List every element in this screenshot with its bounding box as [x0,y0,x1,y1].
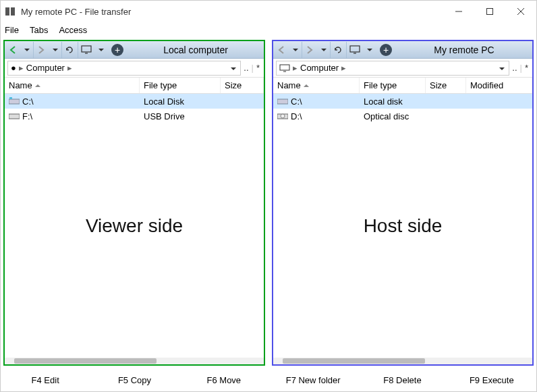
row-filetype: Local Disk [144,96,184,107]
table-row[interactable]: C:\ Local disk [273,94,532,109]
svg-rect-11 [350,46,360,52]
host-table-header: Name File type Size Modified [273,78,532,94]
host-watermark: Host side [273,215,532,237]
path-up[interactable]: .. [244,63,248,73]
f8-delete-button[interactable]: F8 Delete [358,375,447,385]
svg-rect-15 [277,99,288,104]
f4-edit-button[interactable]: F4 Edit [1,375,90,385]
panels: + Local computer ● ▸ Computer ▸ .. | * [1,37,536,368]
row-name: D:\ [291,111,302,121]
path-sep: | [520,63,522,73]
col-filetype[interactable]: File type [360,78,426,93]
svg-rect-0 [5,7,9,16]
svg-rect-3 [487,9,493,15]
local-panel-title: Local computer [128,45,264,55]
back-dropdown[interactable] [289,42,302,58]
row-name: C:\ [291,96,302,107]
local-watermark: Viewer side [5,215,264,237]
host-toolbar: + My remote PC [273,41,532,59]
col-name[interactable]: Name [5,78,140,93]
svg-rect-1 [11,7,15,16]
f9-execute-button[interactable]: F9 Execute [447,375,536,385]
svg-rect-13 [280,65,289,70]
breadcrumb-root[interactable]: Computer [300,63,339,73]
svg-rect-6 [82,46,91,52]
forward-button[interactable] [302,42,318,58]
window-title: My remote PC - File transfer [21,7,443,17]
window-controls [443,1,536,22]
title-bar: My remote PC - File transfer [1,1,536,22]
back-button[interactable] [5,42,21,58]
app-icon [5,6,16,17]
breadcrumb-dropdown[interactable] [497,63,507,75]
svg-rect-8 [9,99,20,104]
menu-tabs[interactable]: Tabs [30,25,48,35]
host-panel: + My remote PC ▸ Computer ▸ .. | * [272,40,534,366]
local-table-header: Name File type Size [5,78,264,94]
svg-rect-9 [9,97,12,99]
footer-bar: F4 Edit F5 Copy F6 Move F7 New folder F8… [1,368,536,391]
back-button[interactable] [273,42,289,58]
sort-asc-icon [304,83,309,88]
monitor-icon [279,64,290,72]
host-path-bar: ▸ Computer ▸ .. | * [273,59,532,78]
forward-button[interactable] [33,42,49,58]
add-tab-button[interactable]: + [380,44,392,56]
drive-icon [277,97,288,105]
path-star[interactable]: * [256,63,260,73]
menu-file[interactable]: File [5,25,19,35]
row-filetype: Optical disc [364,111,409,121]
monitor-dropdown[interactable] [364,42,376,58]
local-rows: C:\ Local Disk F:\ USB Drive Viewer side [5,94,264,358]
maximize-button[interactable] [474,1,505,22]
path-extra: .. | * [512,63,532,73]
host-panel-title: My remote PC [396,45,532,55]
path-star[interactable]: * [525,63,528,73]
host-breadcrumb[interactable]: ▸ Computer ▸ [276,61,509,76]
col-name[interactable]: Name [273,78,360,93]
breadcrumb-root[interactable]: Computer [26,63,65,73]
svg-point-17 [281,114,285,118]
f5-copy-button[interactable]: F5 Copy [90,375,179,385]
close-button[interactable] [505,1,536,22]
refresh-button[interactable] [61,42,78,58]
local-panel: + Local computer ● ▸ Computer ▸ .. | * [3,40,265,366]
local-toolbar: + Local computer [5,41,264,59]
table-row[interactable]: D:\ Optical disc [273,109,532,123]
path-extra: .. | * [244,63,264,73]
menu-access[interactable]: Access [59,25,87,35]
minimize-button[interactable] [443,1,474,22]
col-modified[interactable]: Modified [466,78,532,93]
menu-bar: File Tabs Access [1,22,536,37]
host-scrollbar[interactable] [273,358,532,364]
monitor-button[interactable] [346,42,364,58]
add-tab-button[interactable]: + [111,44,123,56]
row-filetype: USB Drive [144,111,185,121]
sort-asc-icon [35,83,40,88]
monitor-button[interactable] [78,42,95,58]
table-row[interactable]: C:\ Local Disk [5,94,264,109]
f7-newfolder-button[interactable]: F7 New folder [268,375,358,385]
drive-icon [9,97,20,105]
col-filetype[interactable]: File type [140,78,221,93]
col-size[interactable]: Size [426,78,466,93]
f6-move-button[interactable]: F6 Move [179,375,268,385]
monitor-dropdown[interactable] [95,42,107,58]
local-breadcrumb[interactable]: ● ▸ Computer ▸ [7,61,241,76]
table-row[interactable]: F:\ USB Drive [5,109,264,123]
host-rows: C:\ Local disk D:\ Optical disc Host sid… [273,94,532,358]
back-dropdown[interactable] [21,42,33,58]
forward-dropdown[interactable] [318,42,330,58]
optical-drive-icon [277,112,288,120]
local-scrollbar[interactable] [5,358,264,364]
row-name: C:\ [22,96,34,107]
path-up[interactable]: .. [512,63,517,73]
drive-icon [9,112,20,120]
breadcrumb-dropdown[interactable] [228,63,239,75]
col-size[interactable]: Size [221,78,264,93]
refresh-button[interactable] [330,42,346,58]
row-name: F:\ [22,111,32,121]
forward-dropdown[interactable] [49,42,61,58]
breadcrumb-root-icon: ● [11,63,16,73]
row-filetype: Local disk [364,96,403,107]
